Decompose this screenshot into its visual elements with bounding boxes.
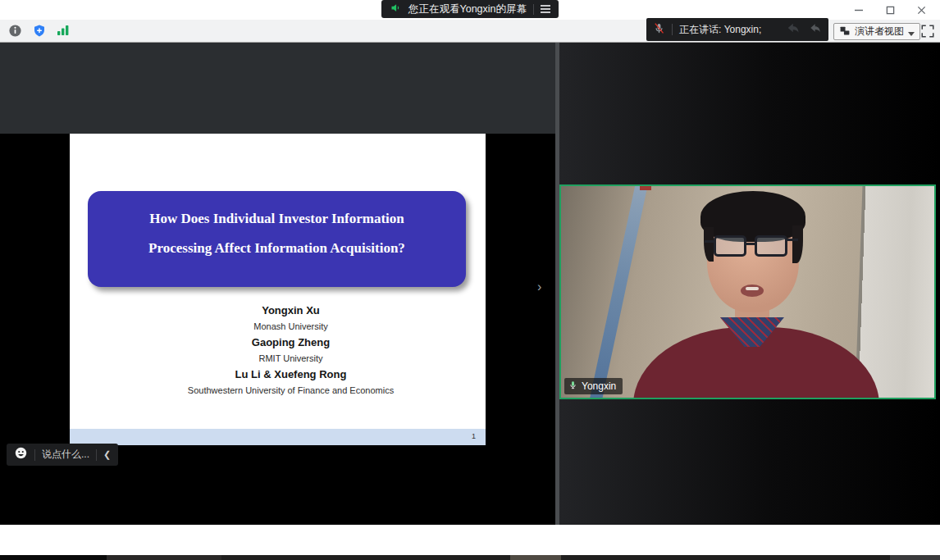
taskbar-segment [0, 555, 107, 560]
muted-mic-icon [653, 21, 665, 39]
view-mode-label: 演讲者视图 [855, 25, 904, 39]
video-bg-pole-tip [640, 186, 651, 190]
meeting-info-icon[interactable] [8, 24, 22, 41]
author-name: Lu Li & Xuefeng Rong [96, 367, 486, 383]
maximize-button[interactable] [881, 2, 899, 17]
shared-screen-chrome [0, 43, 555, 134]
speaker-audio-icon [390, 2, 402, 17]
glasses-arm [787, 239, 798, 241]
presentation-slide: How Does Individual Investor Information… [70, 134, 486, 445]
watching-banner[interactable]: 您正在观看Yongxin的屏幕 [381, 0, 559, 18]
meeting-info-icons [8, 23, 70, 41]
active-speaker-bar: 正在讲话: Yongxin; [646, 18, 828, 41]
network-signal-icon[interactable] [57, 25, 70, 39]
layout-view-icon [839, 25, 851, 39]
security-shield-icon[interactable] [33, 24, 46, 41]
close-button[interactable] [912, 2, 930, 17]
participant-name: Yongxin [582, 380, 616, 392]
os-taskbar-sliver [0, 555, 940, 560]
slide-title-box: How Does Individual Investor Information… [88, 191, 466, 287]
watching-banner-text: 您正在观看Yongxin的屏幕 [408, 2, 527, 16]
banner-divider [533, 4, 534, 15]
chat-collapse-icon[interactable]: ❮ [103, 449, 111, 460]
participant-hair-side [704, 227, 714, 262]
chevron-down-icon [908, 25, 915, 39]
taskbar-segment [107, 555, 221, 560]
swap-view-arrow-icon-2[interactable] [807, 21, 822, 38]
swap-view-arrow-icon[interactable] [784, 20, 801, 39]
video-panel: Yongxin [555, 43, 940, 525]
minimize-button[interactable] [850, 2, 868, 17]
chat-bar-divider [34, 449, 35, 461]
taskbar-segment [510, 555, 561, 560]
view-mode-button[interactable]: 演讲者视图 [833, 23, 920, 40]
bottom-control-bar [0, 525, 940, 555]
video-bg-door [855, 186, 936, 398]
speaker-bar-divider [672, 24, 673, 35]
glasses-bridge [746, 243, 755, 245]
speaking-now-text: 正在讲话: Yongxin; [679, 23, 778, 37]
taskbar-segment [890, 555, 940, 560]
participant-name-badge: Yongxin [564, 378, 623, 394]
panel-expand-chevron-icon[interactable]: › [537, 280, 541, 294]
glasses-lens [714, 235, 746, 257]
chat-bar-divider [96, 449, 97, 461]
slide-page-number: 1 [472, 432, 476, 440]
slide-footer-band: 1 [70, 429, 486, 445]
quick-chat-bar: 说点什么... ❮ [7, 444, 118, 466]
emoji-reaction-icon[interactable] [14, 446, 28, 463]
fullscreen-icon[interactable] [920, 24, 935, 39]
slide-title-line2: Processing Affect Information Acquisitio… [88, 240, 466, 257]
slide-title-line1: How Does Individual Investor Information [88, 211, 466, 227]
author-name: Gaoping Zheng [96, 335, 486, 351]
participant-video-tile[interactable]: Yongxin [559, 184, 936, 399]
window-controls [850, 0, 930, 20]
active-mic-icon [568, 379, 577, 394]
participant-hair [700, 191, 805, 242]
participant-teeth [746, 287, 759, 290]
author-affiliation: RMIT University [96, 351, 486, 367]
slide-authors: Yongxin Xu Monash University Gaoping Zhe… [70, 303, 486, 398]
banner-menu-icon[interactable] [541, 5, 550, 13]
glasses-lens [755, 235, 787, 257]
chat-input[interactable]: 说点什么... [42, 448, 89, 462]
author-affiliation: Southwestern University of Finance and E… [96, 383, 486, 398]
author-name: Yongxin Xu [96, 303, 486, 319]
shared-screen-area: How Does Individual Investor Information… [0, 43, 555, 525]
author-affiliation: Monash University [96, 319, 486, 335]
